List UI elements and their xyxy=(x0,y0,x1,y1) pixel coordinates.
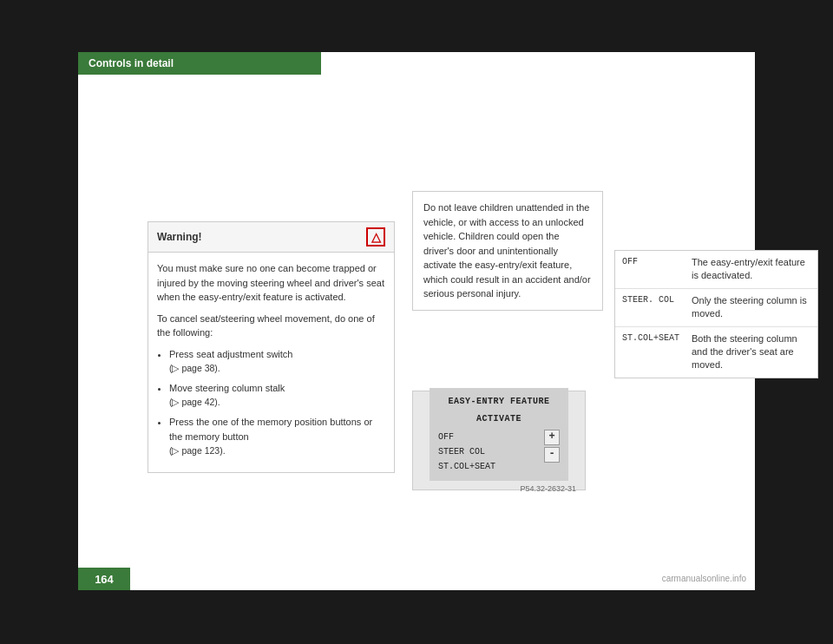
table-key-off: OFF xyxy=(622,256,692,266)
warning-para1: You must make sure no one can become tra… xyxy=(157,261,385,305)
minus-button[interactable]: - xyxy=(544,447,560,463)
table-row-steer: STEER. COL Only the steering column is m… xyxy=(615,289,817,327)
display-opt-stcol: ST.COL+SEAT xyxy=(438,459,495,474)
warning-box: Warning! △ You must make sure no one can… xyxy=(148,221,395,473)
display-opt-off: OFF xyxy=(438,430,495,444)
warning-para2: To cancel seat/steering wheel movement, … xyxy=(157,312,385,340)
display-screen: EASY-ENTRY FEATURE ACTIVATE OFF STEER CO… xyxy=(430,388,568,481)
warning-body: You must make sure no one can become tra… xyxy=(148,253,394,472)
page-number: 164 xyxy=(95,573,114,586)
table-val-steer: Only the steering column is moved. xyxy=(692,294,810,321)
page-number-badge: 164 xyxy=(78,568,130,590)
bullet-3: Press the one of the memory position but… xyxy=(169,415,385,458)
display-title-line1: EASY-ENTRY FEATURE xyxy=(438,395,560,409)
bullet-1: Press seat adjustment switch (▷ page 38)… xyxy=(169,347,385,376)
display-buttons: + - xyxy=(544,430,560,463)
table-val-off: The easy-entry/exit feature is deactivat… xyxy=(692,256,810,283)
warning-header: Warning! △ xyxy=(148,222,394,253)
caution-text: Do not leave children unattended in the … xyxy=(423,202,591,299)
table-row-off: OFF The easy-entry/exit feature is deact… xyxy=(615,251,817,289)
section-header: Controls in detail xyxy=(78,52,321,75)
bullet-2: Move steering column stalk (▷ page 42). xyxy=(169,381,385,410)
display-panel: EASY-ENTRY FEATURE ACTIVATE OFF STEER CO… xyxy=(412,391,586,490)
display-opt-steer: STEER COL xyxy=(438,444,495,459)
feature-table: OFF The easy-entry/exit feature is deact… xyxy=(614,250,818,378)
table-key-stcol: ST.COL+SEAT xyxy=(622,332,692,343)
page-content: Controls in detail Warning! △ You must m… xyxy=(78,52,755,590)
display-options-list: OFF STEER COL ST.COL+SEAT xyxy=(438,430,495,474)
warning-title: Warning! xyxy=(157,231,202,243)
caution-box: Do not leave children unattended in the … xyxy=(412,191,603,311)
section-header-title: Controls in detail xyxy=(89,57,174,69)
table-key-steer: STEER. COL xyxy=(622,294,692,305)
warning-triangle-icon: △ xyxy=(366,227,385,246)
table-row-stcol: ST.COL+SEAT Both the steering column and… xyxy=(615,327,817,378)
plus-button[interactable]: + xyxy=(544,430,560,445)
display-title-line2: ACTIVATE xyxy=(438,412,560,426)
watermark: carmanualsonline.info xyxy=(662,574,746,583)
display-part-number: P54.32-2632-31 xyxy=(422,484,576,493)
display-options: OFF STEER COL ST.COL+SEAT + - xyxy=(438,430,560,474)
table-val-stcol: Both the steering column and the driver'… xyxy=(692,332,810,372)
warning-bullets: Press seat adjustment switch (▷ page 38)… xyxy=(157,347,385,458)
